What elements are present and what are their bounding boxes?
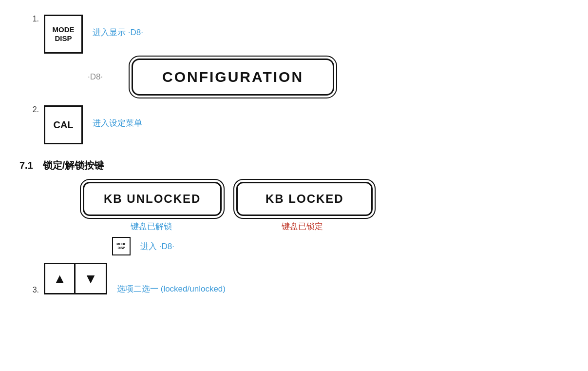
step1-description: 进入显示 ·D8· [93,27,143,38]
arrow-buttons-group: ▲ ▼ [44,263,107,294]
step3-row: 3. ▲ ▼ 选项二选一 (locked/unlocked) [19,263,569,294]
step3-number: 3. [19,286,44,294]
kb-labels-row: 键盘已解锁 键盘已锁定 [83,221,569,232]
configuration-display-box: CONFIGURATION [132,59,334,96]
arrow-down-button[interactable]: ▼ [76,263,107,294]
kb-unlocked-box: KB UNLOCKED [83,182,222,216]
configuration-row: ·D8· CONFIGURATION [88,59,569,96]
mode-disp-small-line1: MODE [116,242,126,246]
enter-d8-label: 进入 ·D8· [140,241,174,252]
step1-row: 1. MODE DISP 进入显示 ·D8· [19,15,569,54]
mode-disp-button-small[interactable]: MODE DISP [112,237,131,255]
mode-disp-small-row: MODE DISP 进入 ·D8· [112,237,569,255]
step1-number: 1. [19,15,44,23]
kb-locked-label: 键盘已锁定 [282,222,323,231]
cal-button-large[interactable]: CAL [44,105,83,144]
mode-disp-line2: DISP [55,34,72,43]
mode-disp-small-line2: DISP [117,246,125,250]
section-title: 锁定/解锁按键 [43,159,104,172]
section-number: 7.1 [19,160,33,171]
cal-label: CAL [53,119,73,131]
step2-description: 进入设定菜单 [93,117,142,129]
kb-locked-box: KB LOCKED [236,182,373,216]
kb-display-row: KB UNLOCKED KB LOCKED [83,182,569,216]
kb-locked-label-container: 键盘已锁定 [234,221,370,232]
page-container: 1. MODE DISP 进入显示 ·D8· ·D8· CONFIGURATIO… [19,15,569,294]
section-heading: 7.1 锁定/解锁按键 [19,159,569,172]
mode-disp-line1: MODE [53,25,75,34]
step2-row: 2. CAL 进入设定菜单 [19,105,569,144]
mode-disp-button-large[interactable]: MODE DISP [44,15,83,54]
kb-unlocked-label: 键盘已解锁 [131,222,172,231]
step2-number: 2. [19,105,44,114]
arrow-up-icon: ▲ [53,271,67,287]
step3-description: 选项二选一 (locked/unlocked) [117,283,226,294]
arrow-up-button[interactable]: ▲ [44,263,76,294]
d8-label-inline: ·D8· [88,72,117,82]
arrow-down-icon: ▼ [84,271,97,287]
kb-unlocked-label-container: 键盘已解锁 [83,221,219,232]
